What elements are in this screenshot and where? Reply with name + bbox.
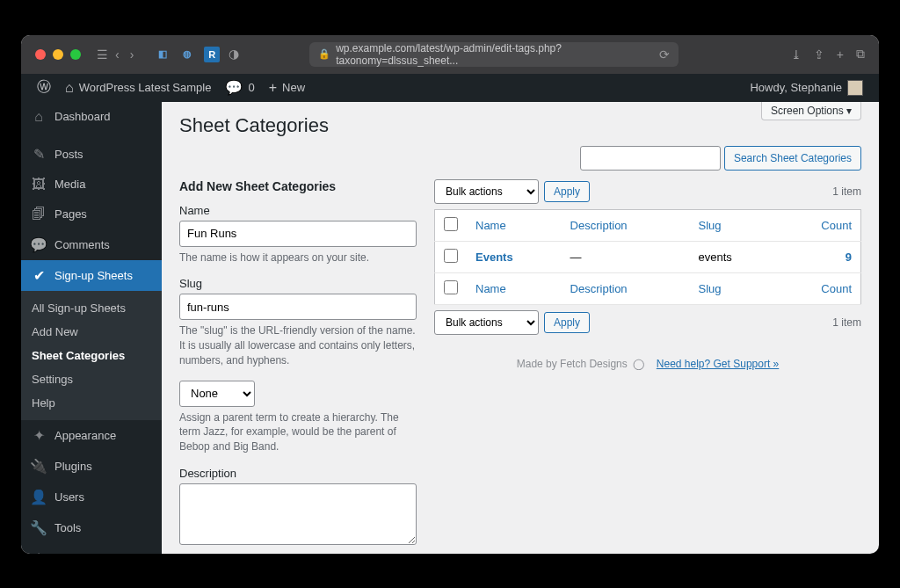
- appearance-icon: ✦: [30, 427, 47, 444]
- site-name-link[interactable]: ⌂ WordPress Latest Sample: [58, 74, 218, 102]
- col-name-header[interactable]: Name: [475, 219, 506, 232]
- sidebar-item-comments[interactable]: 💬Comments: [21, 229, 162, 260]
- description-label: Description: [179, 467, 417, 480]
- new-content-link[interactable]: + New: [262, 74, 312, 102]
- name-desc: The name is how it appears on your site.: [179, 250, 417, 265]
- col-count-footer[interactable]: Count: [821, 282, 852, 295]
- apply-button-top[interactable]: Apply: [544, 181, 590, 202]
- submenu-sheet-categories[interactable]: Sheet Categories: [21, 344, 162, 367]
- reload-icon[interactable]: ⟳: [659, 47, 670, 62]
- onepassword-icon[interactable]: ◍: [179, 47, 195, 62]
- clipboard-icon: ✔: [30, 267, 47, 284]
- sidebar-item-posts[interactable]: ✎Posts: [21, 139, 162, 170]
- sidebar-item-settings[interactable]: ⚙Settings: [21, 543, 162, 554]
- back-icon[interactable]: ‹: [115, 47, 120, 62]
- comments-count: 0: [248, 81, 254, 94]
- close-window-icon[interactable]: [35, 49, 46, 60]
- plugins-icon: 🔌: [30, 458, 47, 475]
- submenu-add-new[interactable]: Add New: [21, 320, 162, 344]
- col-slug-header[interactable]: Slug: [699, 219, 722, 232]
- extension-icon[interactable]: ◧: [155, 47, 171, 62]
- apply-button-bottom[interactable]: Apply: [544, 312, 590, 333]
- greeting: Howdy, Stephanie: [750, 81, 842, 94]
- support-link[interactable]: Need help? Get Support »: [657, 358, 779, 370]
- page-title: Sheet Categories: [179, 102, 861, 146]
- fetch-logo-icon: ◯: [633, 358, 644, 370]
- col-desc-footer[interactable]: Description: [570, 282, 628, 295]
- select-all-bottom[interactable]: [444, 280, 458, 294]
- pages-icon: 🗐: [30, 207, 47, 222]
- comment-icon: 💬: [225, 79, 243, 96]
- sidebar-item-signup-sheets[interactable]: ✔Sign-up Sheets: [21, 260, 162, 291]
- avatar: [847, 80, 863, 96]
- row-desc: —: [562, 241, 690, 272]
- browser-titlebar: ☰ ‹ › ◧ ◍ R ◑ 🔒 wp.example.com/latest/wp…: [21, 35, 879, 74]
- parent-desc: Assign a parent term to create a hierarc…: [179, 410, 417, 454]
- col-desc-header[interactable]: Description: [570, 219, 628, 232]
- submenu-help[interactable]: Help: [21, 391, 162, 415]
- form-heading: Add New Sheet Categories: [179, 179, 417, 193]
- bulk-actions-select-top[interactable]: Bulk actions: [434, 179, 539, 204]
- sidebar-item-tools[interactable]: 🔧Tools: [21, 512, 162, 543]
- col-name-footer[interactable]: Name: [475, 282, 506, 295]
- pin-icon: ✎: [30, 146, 47, 163]
- parent-select[interactable]: None: [179, 381, 255, 407]
- extension-r-icon[interactable]: R: [204, 47, 220, 62]
- wp-logo[interactable]: ⓦ: [30, 74, 58, 102]
- share-icon[interactable]: ⇪: [814, 47, 824, 62]
- items-count-bottom: 1 item: [832, 316, 861, 329]
- screen-options-button[interactable]: Screen Options ▾: [761, 102, 861, 120]
- privacy-shield-icon[interactable]: ◑: [229, 47, 239, 62]
- media-icon: 🖼: [30, 177, 47, 192]
- bulk-actions-select-bottom[interactable]: Bulk actions: [434, 310, 539, 335]
- row-count-link[interactable]: 9: [846, 250, 852, 264]
- submenu-settings[interactable]: Settings: [21, 367, 162, 391]
- new-label: New: [282, 81, 305, 94]
- traffic-lights: [35, 49, 81, 60]
- search-button[interactable]: Search Sheet Categories: [724, 146, 861, 171]
- wp-adminbar: ⓦ ⌂ WordPress Latest Sample 💬 0 + New Ho…: [21, 74, 879, 102]
- sidebar-item-pages[interactable]: 🗐Pages: [21, 200, 162, 229]
- row-checkbox[interactable]: [444, 249, 458, 263]
- dashboard-icon: ⌂: [30, 109, 47, 125]
- comments-icon: 💬: [30, 236, 47, 253]
- table-row: Events — events 9: [435, 241, 861, 272]
- my-account[interactable]: Howdy, Stephanie: [743, 80, 870, 96]
- download-icon[interactable]: ⤓: [791, 47, 802, 62]
- row-name-link[interactable]: Events: [475, 250, 513, 264]
- sidebar-item-users[interactable]: 👤Users: [21, 482, 162, 512]
- select-all-top[interactable]: [444, 217, 458, 231]
- forward-icon[interactable]: ›: [130, 47, 134, 62]
- sidebar-item-media[interactable]: 🖼Media: [21, 170, 162, 200]
- maximize-window-icon[interactable]: [70, 49, 81, 60]
- tabs-icon[interactable]: ⧉: [856, 47, 865, 62]
- sidebar-item-plugins[interactable]: 🔌Plugins: [21, 451, 162, 482]
- slug-label: Slug: [179, 277, 417, 290]
- tools-icon: 🔧: [30, 519, 47, 536]
- col-slug-footer[interactable]: Slug: [699, 282, 722, 295]
- submenu-all-sheets[interactable]: All Sign-up Sheets: [21, 296, 162, 320]
- description-textarea[interactable]: [179, 483, 417, 545]
- home-icon: ⌂: [65, 80, 74, 96]
- name-input[interactable]: [179, 221, 417, 247]
- sidebar-item-dashboard[interactable]: ⌂Dashboard: [21, 102, 162, 132]
- slug-input[interactable]: [179, 294, 417, 320]
- new-tab-icon[interactable]: +: [837, 47, 844, 62]
- sidebar-item-appearance[interactable]: ✦Appearance: [21, 420, 162, 451]
- items-count-top: 1 item: [832, 185, 861, 198]
- url-bar[interactable]: 🔒 wp.example.com/latest/wp-admin/edit-ta…: [309, 42, 679, 67]
- row-slug: events: [690, 241, 778, 272]
- minimize-window-icon[interactable]: [53, 49, 63, 60]
- url-text: wp.example.com/latest/wp-admin/edit-tags…: [336, 42, 654, 67]
- settings-icon: ⚙: [30, 550, 47, 554]
- name-label: Name: [179, 204, 417, 217]
- col-count-header[interactable]: Count: [821, 219, 852, 232]
- description-desc: The description is not prominent by defa…: [179, 552, 417, 553]
- sidebar-submenu: All Sign-up Sheets Add New Sheet Categor…: [21, 291, 162, 420]
- site-name: WordPress Latest Sample: [79, 81, 212, 94]
- search-input[interactable]: [580, 146, 721, 171]
- plus-icon: +: [269, 80, 277, 96]
- comments-link[interactable]: 💬 0: [218, 74, 261, 102]
- content-area: Screen Options ▾ Sheet Categories Search…: [162, 102, 879, 554]
- sidebar-toggle-icon[interactable]: ☰: [97, 47, 108, 62]
